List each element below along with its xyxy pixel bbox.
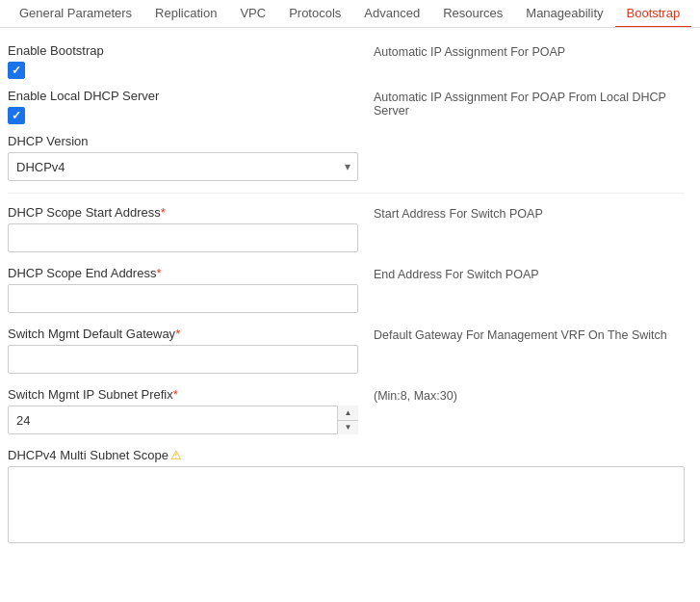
enable-local-dhcp-checkbox-wrapper <box>8 107 358 124</box>
dhcp-version-row: DHCPv4 ▾ <box>8 152 685 181</box>
switch-mgmt-prefix-required: * <box>173 387 178 402</box>
dhcp-version-select-wrapper: DHCPv4 ▾ <box>8 152 358 181</box>
dhcp-scope-start-row: DHCP Scope Start Address* Start Address … <box>8 205 685 252</box>
switch-mgmt-gateway-desc: Default Gateway For Management VRF On Th… <box>374 327 685 342</box>
multi-subnet-section: DHCPv4 Multi Subnet Scope⚠ <box>8 448 685 543</box>
dhcp-scope-start-required: * <box>161 205 166 220</box>
enable-local-dhcp-col: Enable Local DHCP Server <box>8 89 374 128</box>
switch-mgmt-prefix-hint: (Min:8, Max:30) <box>374 387 685 403</box>
enable-bootstrap-checkbox[interactable] <box>8 62 25 79</box>
dhcp-scope-start-input[interactable] <box>8 223 358 252</box>
dhcp-version-select[interactable]: DHCPv4 <box>8 152 358 181</box>
spinner-up-button[interactable]: ▲ <box>338 406 358 421</box>
dhcp-scope-end-desc: End Address For Switch POAP <box>374 266 685 281</box>
dhcp-scope-end-input[interactable] <box>8 284 358 313</box>
multi-subnet-input-area[interactable] <box>8 466 685 543</box>
switch-mgmt-gateway-left: Switch Mgmt Default Gateway* <box>8 327 374 374</box>
tab-bootstrap[interactable]: Bootstrap <box>615 0 692 28</box>
tab-manageability[interactable]: Manageability <box>514 0 614 28</box>
warning-icon: ⚠ <box>170 448 182 462</box>
dhcp-version-section: DHCP Version DHCPv4 ▾ <box>8 134 685 181</box>
enable-bootstrap-row: Enable Bootstrap Automatic IP Assignment… <box>8 43 685 83</box>
dhcp-scope-start-left: DHCP Scope Start Address* <box>8 205 374 252</box>
dhcp-scope-end-label: DHCP Scope End Address* <box>8 266 358 280</box>
tab-bar: General Parameters Replication VPC Proto… <box>0 0 700 28</box>
dhcp-scope-end-left: DHCP Scope End Address* <box>8 266 374 313</box>
form-content: Enable Bootstrap Automatic IP Assignment… <box>0 28 700 570</box>
enable-local-dhcp-row: Enable Local DHCP Server Automatic IP As… <box>8 89 685 128</box>
switch-mgmt-gateway-row: Switch Mgmt Default Gateway* Default Gat… <box>8 327 685 374</box>
dhcp-version-right <box>374 152 685 154</box>
tab-protocols[interactable]: Protocols <box>277 0 352 28</box>
multi-subnet-label: DHCPv4 Multi Subnet Scope⚠ <box>8 448 685 462</box>
spinner-down-button[interactable]: ▼ <box>338 421 358 435</box>
tab-vpc[interactable]: VPC <box>228 0 277 28</box>
tab-advanced[interactable]: Advanced <box>352 0 431 28</box>
tab-resources[interactable]: Resources <box>431 0 514 28</box>
dhcp-scope-end-row: DHCP Scope End Address* End Address For … <box>8 266 685 313</box>
enable-local-dhcp-desc: Automatic IP Assignment For POAP From Lo… <box>374 89 685 118</box>
dhcp-scope-start-label: DHCP Scope Start Address* <box>8 205 358 220</box>
dhcp-scope-start-desc: Start Address For Switch POAP <box>374 205 685 221</box>
enable-bootstrap-desc: Automatic IP Assignment For POAP <box>374 43 685 59</box>
enable-local-dhcp-checkbox[interactable] <box>8 107 25 124</box>
spinner-buttons: ▲ ▼ <box>337 406 358 434</box>
dhcp-scope-end-required: * <box>156 266 161 280</box>
switch-mgmt-gateway-label: Switch Mgmt Default Gateway* <box>8 327 358 341</box>
switch-mgmt-prefix-left: Switch Mgmt IP Subnet Prefix* ▲ ▼ <box>8 387 374 434</box>
tab-replication[interactable]: Replication <box>143 0 228 28</box>
switch-mgmt-prefix-spinner-wrapper: ▲ ▼ <box>8 406 358 434</box>
switch-mgmt-gateway-required: * <box>175 327 180 341</box>
tab-config[interactable]: Config... <box>691 0 700 28</box>
switch-mgmt-prefix-row: Switch Mgmt IP Subnet Prefix* ▲ ▼ (Min:8… <box>8 387 685 434</box>
switch-mgmt-prefix-input[interactable] <box>8 406 358 434</box>
dhcp-version-value: DHCPv4 <box>16 160 65 174</box>
enable-bootstrap-label: Enable Bootstrap <box>8 43 358 58</box>
divider-1 <box>8 193 685 194</box>
enable-bootstrap-checkbox-wrapper <box>8 62 358 79</box>
switch-mgmt-prefix-label: Switch Mgmt IP Subnet Prefix* <box>8 387 358 402</box>
tab-general-parameters[interactable]: General Parameters <box>8 0 143 28</box>
dhcp-version-left: DHCPv4 ▾ <box>8 152 374 181</box>
switch-mgmt-gateway-input[interactable] <box>8 345 358 374</box>
dhcp-version-label: DHCP Version <box>8 134 685 148</box>
enable-bootstrap-col: Enable Bootstrap <box>8 43 374 83</box>
enable-local-dhcp-label: Enable Local DHCP Server <box>8 89 358 103</box>
